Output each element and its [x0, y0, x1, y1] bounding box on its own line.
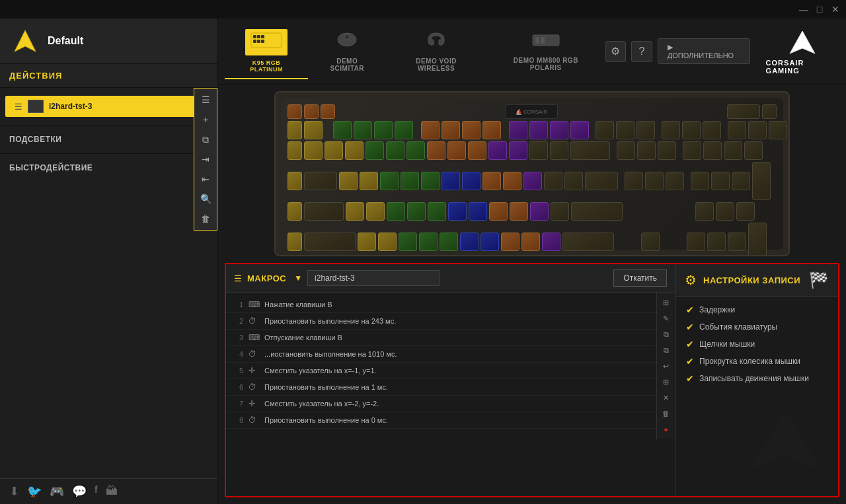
toolbar-import-btn[interactable]: ⇥: [196, 151, 215, 168]
mit-copy2-btn[interactable]: ⧉: [659, 343, 673, 357]
download-icon[interactable]: ⬇: [9, 484, 19, 499]
kb-key-3[interactable]: [365, 141, 384, 160]
kb-key-n6[interactable]: [736, 202, 755, 221]
kb-key-caps[interactable]: [304, 202, 344, 221]
kb-key-g5[interactable]: [288, 202, 302, 221]
kb-key-pgdn[interactable]: [666, 172, 684, 190]
kb-key-c[interactable]: [399, 233, 417, 251]
kb-key-u[interactable]: [462, 172, 481, 190]
kb-key-1[interactable]: [325, 141, 343, 160]
kb-key-num2[interactable]: [748, 121, 767, 139]
gamepad-icon[interactable]: 🎮: [50, 484, 64, 499]
kb-key-rshift[interactable]: [562, 233, 614, 251]
kb-key-n2[interactable]: [707, 233, 726, 251]
kb-key-nav3[interactable]: [703, 121, 721, 139]
kb-key-comma[interactable]: [501, 233, 519, 251]
kb-key-mute[interactable]: [762, 104, 777, 119]
kb-key-tilde[interactable]: [304, 141, 323, 160]
kb-key-i[interactable]: [482, 172, 501, 190]
tab-scimitar[interactable]: DEMO SCIMITAR: [308, 25, 386, 77]
mountain-icon[interactable]: 🏔: [106, 484, 118, 499]
kb-key-n3[interactable]: [728, 233, 746, 251]
kb-key-9[interactable]: [488, 141, 507, 160]
kb-key-r[interactable]: [401, 172, 419, 190]
kb-key-minus[interactable]: [529, 141, 548, 160]
kb-key-f4[interactable]: [395, 121, 413, 139]
facebook-icon[interactable]: f: [95, 484, 98, 499]
kb-key-backspace[interactable]: [570, 141, 610, 160]
kb-key-vol[interactable]: [727, 104, 760, 119]
kb-key-q[interactable]: [339, 172, 358, 190]
kb-key-f6[interactable]: [442, 121, 460, 139]
kb-key-k[interactable]: [489, 202, 508, 221]
kb-key-nlk[interactable]: [683, 141, 701, 160]
kb-key-n7[interactable]: [691, 172, 709, 190]
kb-key-w[interactable]: [360, 172, 378, 190]
revert-button[interactable]: Откатить: [613, 270, 667, 287]
kb-key-nminus[interactable]: [744, 141, 763, 160]
kb-key-pgup[interactable]: [658, 141, 676, 160]
kb-key-up[interactable]: [641, 233, 660, 251]
kb-key-dot[interactable]: [521, 233, 540, 251]
kb-key-d[interactable]: [387, 202, 405, 221]
kb-key-j[interactable]: [469, 202, 487, 221]
kb-key-nslash[interactable]: [703, 141, 722, 160]
kb-key-nplus[interactable]: [752, 162, 771, 200]
kb-key-s[interactable]: [366, 202, 385, 221]
kb-key-num1[interactable]: [728, 121, 746, 139]
kb-key-t[interactable]: [421, 172, 440, 190]
action-item[interactable]: ☰ i2hard-tst-3: [5, 96, 212, 117]
kb-key-rbracket[interactable]: [564, 172, 583, 190]
kb-key-tab[interactable]: [304, 172, 337, 190]
kb-key-bslash[interactable]: [585, 172, 618, 190]
performance-label[interactable]: БЫСТРОДЕЙСТВИЕ: [0, 154, 217, 182]
tab-mm800[interactable]: DEMO MM800 RGB POLARIS: [486, 26, 605, 77]
tab-k95[interactable]: K95 RGB PLATINUM: [225, 24, 308, 79]
toolbar-menu-btn[interactable]: ☰: [196, 91, 215, 108]
kb-key-n8[interactable]: [711, 172, 730, 190]
kb-key-l[interactable]: [510, 202, 528, 221]
kb-key-v[interactable]: [419, 233, 438, 251]
kb-key-h[interactable]: [448, 202, 467, 221]
macro-dropdown-icon[interactable]: ▼: [294, 273, 302, 283]
kb-key-n[interactable]: [460, 233, 479, 251]
kb-key-f5[interactable]: [421, 121, 440, 139]
settings-button[interactable]: ⚙: [605, 41, 627, 62]
kb-key-7[interactable]: [447, 141, 466, 160]
kb-key-5[interactable]: [406, 141, 425, 160]
kb-key-ins[interactable]: [617, 141, 635, 160]
kb-key-n9[interactable]: [732, 172, 750, 190]
kb-key-lbracket[interactable]: [544, 172, 562, 190]
macro-name-field[interactable]: [307, 270, 440, 286]
kb-key-2[interactable]: [345, 141, 364, 160]
kb-key-nstar[interactable]: [724, 141, 742, 160]
kb-key-enter[interactable]: [571, 202, 623, 221]
close-button[interactable]: ✕: [830, 4, 841, 15]
kb-key-g6[interactable]: [288, 233, 302, 251]
kb-key-y[interactable]: [442, 172, 460, 190]
kb-key-m[interactable]: [481, 233, 499, 251]
kb-key-f2[interactable]: [354, 121, 372, 139]
help-button[interactable]: ?: [631, 41, 652, 62]
kb-key-o[interactable]: [503, 172, 521, 190]
kb-key-f3[interactable]: [374, 121, 393, 139]
kb-key-p[interactable]: [523, 172, 542, 190]
kb-key-pause[interactable]: [636, 121, 655, 139]
kb-key-macro-side[interactable]: [288, 121, 302, 139]
kb-key-f1[interactable]: [333, 121, 352, 139]
chat-icon[interactable]: 💬: [72, 484, 87, 499]
kb-key-n1[interactable]: [687, 233, 705, 251]
mit-add-btn[interactable]: ⊞: [659, 295, 673, 310]
kb-key-6[interactable]: [427, 141, 445, 160]
additional-button[interactable]: ▶ ДОПОЛНИТЕЛЬНО: [658, 38, 750, 64]
toolbar-add-btn[interactable]: +: [196, 111, 215, 128]
toolbar-delete-btn[interactable]: 🗑: [196, 210, 215, 227]
kb-key-4[interactable]: [386, 141, 404, 160]
kb-key-n4[interactable]: [695, 202, 714, 221]
kb-key-g3[interactable]: [288, 141, 302, 160]
kb-key-apos[interactable]: [551, 202, 569, 221]
minimize-button[interactable]: —: [798, 4, 809, 15]
toolbar-export-btn[interactable]: ⇤: [196, 170, 215, 188]
twitter-icon[interactable]: 🐦: [27, 484, 42, 499]
kb-key-f10[interactable]: [529, 121, 548, 139]
